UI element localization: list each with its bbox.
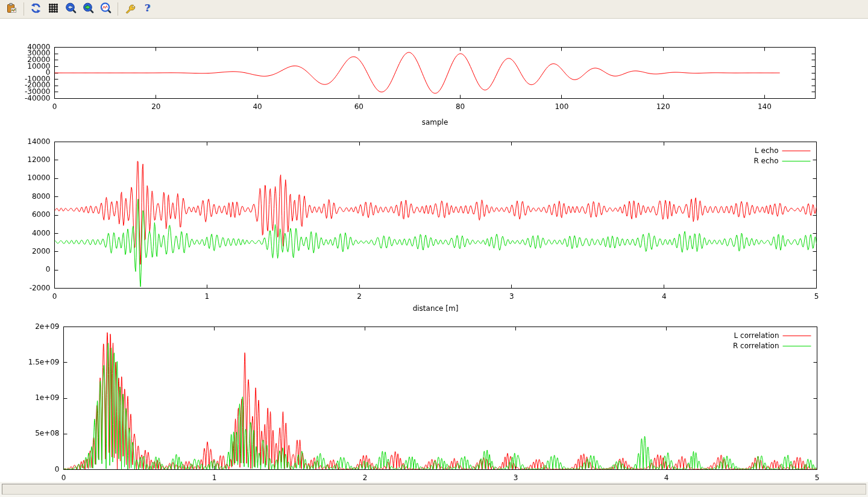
previous-zoom-button[interactable] [63, 1, 79, 17]
help-icon: ? ? [142, 2, 153, 16]
svg-text:?: ? [145, 2, 150, 14]
copy-to-clipboard-button[interactable] [4, 1, 20, 17]
wrench-icon [124, 2, 136, 16]
toolbar-separator [118, 2, 118, 16]
autoscale-icon [100, 2, 112, 16]
grid-icon [48, 2, 59, 16]
replot-button[interactable] [28, 1, 44, 17]
autoscale-button[interactable] [98, 1, 114, 17]
status-bar [0, 482, 868, 497]
status-bar-text [2, 484, 866, 495]
help-button[interactable]: ? ? [139, 1, 156, 17]
echo-plot[interactable] [0, 131, 868, 317]
toggle-grid-button[interactable] [45, 1, 61, 17]
toolbar-separator [24, 2, 24, 16]
toolbar: ? ? [0, 0, 868, 19]
replot-icon [30, 2, 42, 16]
previous-zoom-icon [65, 2, 77, 16]
correlation-plot[interactable] [0, 317, 868, 497]
configure-plot-button[interactable] [122, 1, 138, 17]
waveform-plot[interactable] [0, 39, 868, 131]
next-zoom-button[interactable] [80, 1, 96, 17]
copy-to-clipboard-icon [6, 2, 17, 16]
next-zoom-icon [83, 2, 94, 16]
plot-area [0, 19, 868, 482]
